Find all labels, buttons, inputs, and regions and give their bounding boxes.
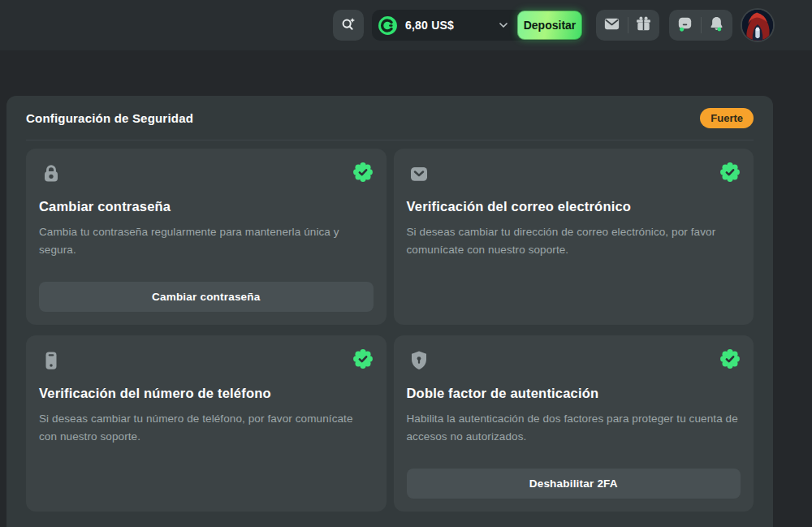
avatar[interactable] xyxy=(741,8,775,42)
search-icon xyxy=(339,15,357,36)
page-title: Configuración de Seguridad xyxy=(26,111,193,125)
envelope-icon xyxy=(407,162,431,186)
verified-badge-icon xyxy=(719,348,741,369)
card-title: Cambiar contraseña xyxy=(39,199,374,214)
notifications-button[interactable] xyxy=(703,10,731,41)
chat-icon xyxy=(676,15,694,36)
security-card-email: Verificación del correo electrónico Si d… xyxy=(394,149,754,325)
divider xyxy=(628,17,628,33)
bell-icon xyxy=(707,15,726,36)
shield-icon xyxy=(407,348,431,373)
mail-icon xyxy=(603,15,621,36)
phone-icon xyxy=(39,348,63,373)
gift-icon xyxy=(634,15,653,36)
card-title: Verificación del correo electrónico xyxy=(407,199,741,214)
chevron-down-icon xyxy=(497,19,510,32)
panel-header: Configuración de Seguridad Fuerte xyxy=(26,96,754,140)
deposit-button[interactable]: Depositar xyxy=(517,11,582,40)
security-card-2fa: Doble factor de autenticación Habilita l… xyxy=(394,335,754,512)
security-cards-grid: Cambiar contraseña Cambia tu contraseña … xyxy=(26,149,754,512)
card-description: Si deseas cambiar tu dirección de correo… xyxy=(407,223,741,258)
coin-icon xyxy=(378,15,398,36)
card-title: Verificación del número de teléfono xyxy=(39,386,374,401)
security-card-password: Cambiar contraseña Cambia tu contraseña … xyxy=(26,149,387,325)
card-description: Habilita la autenticación de dos factore… xyxy=(407,410,741,445)
security-card-phone: Verificación del número de teléfono Si d… xyxy=(26,335,387,512)
change-password-button[interactable]: Cambiar contraseña xyxy=(39,282,374,312)
chat-button[interactable] xyxy=(671,10,698,41)
verified-badge-icon xyxy=(719,162,741,183)
mail-gift-group xyxy=(596,10,659,41)
password-strength-badge: Fuerte xyxy=(700,108,754,128)
lock-icon xyxy=(39,162,63,186)
disable-2fa-button[interactable]: Deshabilitar 2FA xyxy=(407,469,741,499)
chat-bell-group xyxy=(669,10,732,41)
search-button[interactable] xyxy=(333,10,364,41)
card-description: Cambia tu contraseña regularmente para m… xyxy=(39,223,374,258)
wallet-balance: 6,80 US$ xyxy=(405,19,454,32)
security-settings-panel: Configuración de Seguridad Fuerte xyxy=(6,96,773,527)
verified-badge-icon xyxy=(352,348,374,369)
rewards-button[interactable] xyxy=(630,10,658,41)
verified-badge-icon xyxy=(352,162,374,183)
card-title: Doble factor de autenticación xyxy=(407,386,741,401)
card-description: Si deseas cambiar tu número de teléfono,… xyxy=(39,410,374,445)
divider xyxy=(701,17,702,33)
topbar: 6,80 US$ Depositar xyxy=(0,0,812,50)
wallet-selector[interactable]: 6,80 US$ Depositar xyxy=(372,10,583,41)
mail-button[interactable] xyxy=(598,10,625,41)
